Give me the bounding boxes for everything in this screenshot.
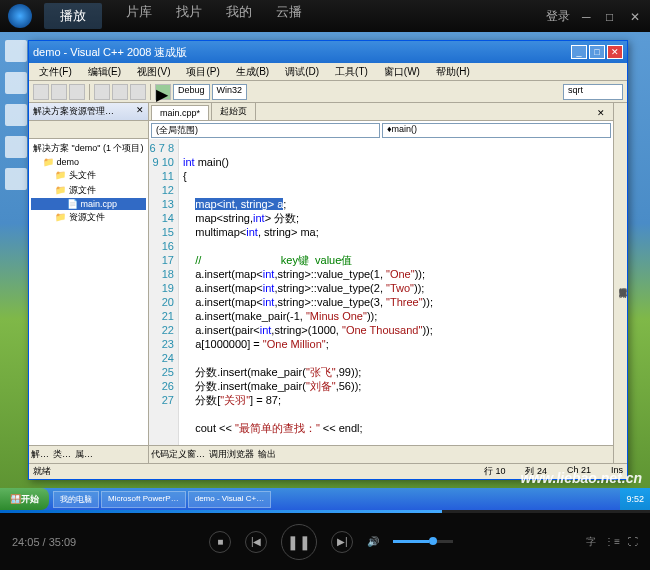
tray-time: 9:52 bbox=[626, 494, 644, 504]
tab-close-icon[interactable]: ✕ bbox=[591, 106, 611, 120]
vs-menubar: 文件(F) 编辑(E) 视图(V) 项目(P) 生成(B) 调试(D) 工具(T… bbox=[29, 63, 627, 81]
tab-props[interactable]: 属… bbox=[75, 448, 93, 461]
solution-explorer: 解决方案资源管理… ✕ 解决方案 "demo" (1 个项目) 📁 demo 📁… bbox=[29, 103, 149, 463]
output-tabs: 代码定义窗… 调用浏览器 输出 bbox=[149, 445, 613, 463]
watermark: www.liebao.net.cn bbox=[520, 470, 642, 486]
tab-class[interactable]: 类… bbox=[53, 448, 71, 461]
file-main-cpp[interactable]: 📄 main.cpp bbox=[31, 198, 146, 210]
menu-file[interactable]: 文件(F) bbox=[33, 64, 78, 80]
player-nav: 播放 片库 找片 我的 云播 bbox=[44, 3, 302, 29]
pause-button[interactable]: ❚❚ bbox=[281, 524, 317, 560]
progress-bar[interactable] bbox=[0, 510, 650, 513]
tab-codedef[interactable]: 代码定义窗… bbox=[151, 448, 205, 461]
tab-solution[interactable]: 解… bbox=[31, 448, 49, 461]
menu-window[interactable]: 窗口(W) bbox=[378, 64, 426, 80]
maximize-icon[interactable]: □ bbox=[606, 10, 618, 22]
toolbar-button[interactable] bbox=[130, 84, 146, 100]
login-link[interactable]: 登录 bbox=[546, 8, 570, 25]
status-ready: 就绪 bbox=[33, 465, 51, 478]
project-node[interactable]: 📁 demo bbox=[31, 156, 146, 168]
editor-panel: main.cpp* 起始页 ✕ (全局范围) ♦main() 6 7 8 9 1… bbox=[149, 103, 613, 463]
xp-desktop: demo - Visual C++ 2008 速成版 _ □ ✕ 文件(F) 编… bbox=[0, 32, 650, 510]
vs-minimize-icon[interactable]: _ bbox=[571, 45, 587, 59]
taskbar-item[interactable]: 我的电脑 bbox=[53, 491, 99, 508]
nav-search[interactable]: 找片 bbox=[176, 3, 202, 29]
desktop-icon[interactable] bbox=[4, 136, 28, 160]
playlist-icon[interactable]: ⋮≡ bbox=[604, 536, 620, 547]
folder-sources[interactable]: 📁 源文件 bbox=[31, 183, 146, 198]
vs-window: demo - Visual C++ 2008 速成版 _ □ ✕ 文件(F) 编… bbox=[28, 40, 628, 480]
nav-play[interactable]: 播放 bbox=[44, 3, 102, 29]
nav-cloud[interactable]: 云播 bbox=[276, 3, 302, 29]
system-tray[interactable]: 9:52 bbox=[620, 488, 650, 510]
vs-titlebar[interactable]: demo - Visual C++ 2008 速成版 _ □ ✕ bbox=[29, 41, 627, 63]
next-button[interactable]: ▶| bbox=[331, 531, 353, 553]
vs-title-text: demo - Visual C++ 2008 速成版 bbox=[33, 45, 187, 60]
folder-resources[interactable]: 📁 资源文件 bbox=[31, 210, 146, 225]
tab-output[interactable]: 输出 bbox=[258, 448, 276, 461]
vs-maximize-icon[interactable]: □ bbox=[589, 45, 605, 59]
menu-debug[interactable]: 调试(D) bbox=[279, 64, 325, 80]
video-area: demo - Visual C++ 2008 速成版 _ □ ✕ 文件(F) 编… bbox=[0, 32, 650, 510]
menu-build[interactable]: 生成(B) bbox=[230, 64, 275, 80]
nav-mine[interactable]: 我的 bbox=[226, 3, 252, 29]
code-editor[interactable]: 6 7 8 9 10 11 12 13 14 15 16 17 18 19 20… bbox=[149, 139, 613, 445]
menu-view[interactable]: 视图(V) bbox=[131, 64, 176, 80]
start-button[interactable]: 🪟 开始 bbox=[0, 488, 49, 510]
nav-library[interactable]: 片库 bbox=[126, 3, 152, 29]
volume-icon[interactable]: 🔊 bbox=[367, 536, 379, 547]
config-combo[interactable]: Debug bbox=[173, 84, 210, 100]
solution-tabs: 解… 类… 属… bbox=[29, 445, 148, 463]
toolbar-button[interactable] bbox=[94, 84, 110, 100]
desktop-icon[interactable] bbox=[4, 72, 28, 96]
run-button[interactable]: ▶ bbox=[155, 84, 171, 100]
player-controls: 24:05 / 35:09 ■ |◀ ❚❚ ▶| 🔊 字 ⋮≡ ⛶ bbox=[0, 513, 650, 570]
taskbar-item[interactable]: Microsoft PowerP… bbox=[101, 491, 186, 508]
menu-tools[interactable]: 工具(T) bbox=[329, 64, 374, 80]
editor-tabs: main.cpp* 起始页 ✕ bbox=[149, 103, 613, 121]
function-combo[interactable]: ♦main() bbox=[382, 123, 611, 138]
solution-node[interactable]: 解决方案 "demo" (1 个项目) bbox=[31, 141, 146, 156]
find-combo[interactable]: sqrt bbox=[563, 84, 623, 100]
vs-close-icon[interactable]: ✕ bbox=[607, 45, 623, 59]
tab-main-cpp[interactable]: main.cpp* bbox=[151, 105, 209, 120]
solution-tree[interactable]: 解决方案 "demo" (1 个项目) 📁 demo 📁 头文件 📁 源文件 📄… bbox=[29, 139, 148, 445]
menu-help[interactable]: 帮助(H) bbox=[430, 64, 476, 80]
toolbar-button[interactable] bbox=[33, 84, 49, 100]
fullscreen-icon[interactable]: ⛶ bbox=[628, 536, 638, 547]
menu-edit[interactable]: 编辑(E) bbox=[82, 64, 127, 80]
volume-slider[interactable] bbox=[393, 540, 453, 543]
solution-toolbar bbox=[29, 121, 148, 139]
xp-taskbar: 🪟 开始 我的电脑 Microsoft PowerP… demo - Visua… bbox=[0, 488, 650, 510]
platform-combo[interactable]: Win32 bbox=[212, 84, 248, 100]
desktop-icon[interactable] bbox=[4, 40, 28, 64]
toolbar-button[interactable] bbox=[69, 84, 85, 100]
panel-close-icon[interactable]: ✕ bbox=[136, 105, 144, 118]
close-icon[interactable]: ✕ bbox=[630, 10, 642, 22]
subtitle-button[interactable]: 字 bbox=[586, 535, 596, 549]
tab-callbrowser[interactable]: 调用浏览器 bbox=[209, 448, 254, 461]
desktop-icon[interactable] bbox=[4, 168, 28, 192]
line-gutter: 6 7 8 9 10 11 12 13 14 15 16 17 18 19 20… bbox=[149, 139, 179, 445]
desktop-icons bbox=[4, 40, 28, 192]
code-content[interactable]: int main() { map<int, string> a; map<str… bbox=[179, 139, 613, 445]
solution-panel-title: 解决方案资源管理… ✕ bbox=[29, 103, 148, 121]
vs-toolbar: ▶ Debug Win32 sqrt bbox=[29, 81, 627, 103]
toolbar-button[interactable] bbox=[51, 84, 67, 100]
player-titlebar: 播放 片库 找片 我的 云播 登录 ─ □ ✕ bbox=[0, 0, 650, 32]
time-display: 24:05 / 35:09 bbox=[12, 536, 76, 548]
tab-startpage[interactable]: 起始页 bbox=[211, 102, 256, 120]
scope-combo[interactable]: (全局范围) bbox=[151, 123, 380, 138]
sidebar-strip[interactable]: 数据库资源管理器 工具箱 bbox=[613, 103, 627, 463]
player-logo-icon bbox=[8, 4, 32, 28]
desktop-icon[interactable] bbox=[4, 104, 28, 128]
prev-button[interactable]: |◀ bbox=[245, 531, 267, 553]
folder-headers[interactable]: 📁 头文件 bbox=[31, 168, 146, 183]
status-line: 行 10 bbox=[484, 465, 506, 478]
taskbar-item[interactable]: demo - Visual C+… bbox=[188, 491, 271, 508]
minimize-icon[interactable]: ─ bbox=[582, 10, 594, 22]
menu-project[interactable]: 项目(P) bbox=[180, 64, 225, 80]
toolbar-button[interactable] bbox=[112, 84, 128, 100]
stop-button[interactable]: ■ bbox=[209, 531, 231, 553]
